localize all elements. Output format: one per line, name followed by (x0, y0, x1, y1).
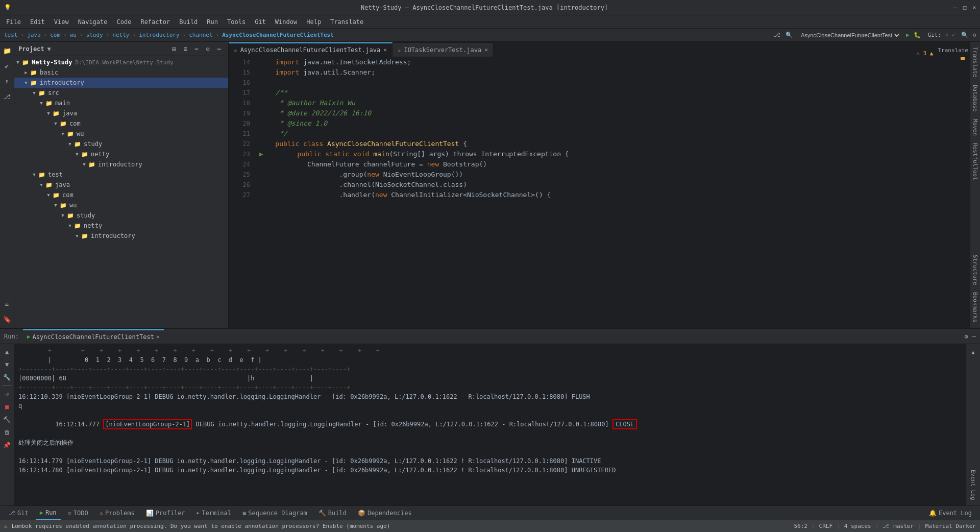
commit-icon[interactable]: ✔ (2, 60, 13, 71)
code-content[interactable]: import java.net.InetSocketAddress; impor… (254, 57, 970, 328)
run-hide-icon[interactable]: — (972, 333, 976, 340)
tree-basic[interactable]: ▶ 📁 basic (14, 67, 228, 78)
git2-icon[interactable]: ⎇ (2, 91, 13, 102)
right-tab-structure[interactable]: Structure (970, 252, 980, 288)
run-tab-close[interactable]: ✕ (156, 333, 160, 340)
menu-navigate[interactable]: Navigate (74, 17, 112, 27)
debug-button[interactable]: 🐛 (914, 32, 921, 38)
tool-tab-run[interactable]: ▶ Run (36, 506, 61, 520)
menu-file[interactable]: File (2, 17, 25, 27)
search-everywhere[interactable]: 🔍 (961, 32, 968, 38)
menu-code[interactable]: Code (113, 17, 136, 27)
bookmarks-icon[interactable]: 🔖 (2, 313, 13, 325)
pull-requests-icon[interactable]: ⬆ (2, 76, 13, 87)
project-collapse-icon[interactable]: ≡ (180, 44, 190, 54)
run-right-scroll-up[interactable]: ▲ (968, 346, 979, 357)
run-rerun-icon[interactable]: ↺ (2, 389, 13, 400)
run-tab-async[interactable]: ▶ AsyncCloseChannelFutureClientTest ✕ (23, 329, 164, 344)
tree-main[interactable]: ▼ 📁 main (14, 98, 228, 108)
menu-refactor[interactable]: Refactor (136, 17, 174, 27)
nav-breadcrumb-com[interactable]: com (50, 32, 60, 38)
nav-breadcrumb-introductory[interactable]: introductory (139, 32, 179, 38)
close-btn[interactable]: ✕ (972, 4, 976, 11)
tree-java-main[interactable]: ▼ 📁 java (14, 108, 228, 118)
tree-introductory-test[interactable]: ▼ 📁 introductory (14, 231, 228, 241)
tab-close-1[interactable]: ✕ (383, 46, 387, 53)
run-up-icon[interactable]: ▲ (2, 346, 13, 357)
tree-com-main[interactable]: ▼ 📁 com (14, 118, 228, 129)
tab-iotask[interactable]: ☕ IOTaskServerTest.java ✕ (393, 42, 494, 57)
window-controls[interactable]: — □ ✕ (953, 4, 976, 11)
git-checkmark1[interactable]: ✓ (945, 32, 949, 38)
run-settings-icon[interactable]: ⚙ (965, 333, 968, 340)
nav-breadcrumb-wu[interactable]: wu (70, 32, 77, 38)
tree-com-test[interactable]: ▼ 📁 com (14, 190, 228, 200)
menu-translate[interactable]: Translate (326, 17, 368, 27)
project-dots-icon[interactable]: ⋯ (191, 44, 202, 54)
tree-netty-test[interactable]: ▼ 📁 netty (14, 221, 228, 231)
menu-tools[interactable]: Tools (223, 17, 250, 27)
project-hide-icon[interactable]: — (214, 44, 224, 54)
project-dropdown-arrow[interactable]: ▼ (47, 45, 51, 53)
menu-git[interactable]: Git (251, 17, 270, 27)
right-tab-translate[interactable]: Translate (970, 44, 980, 81)
nav-search-icon[interactable]: 🔍 (786, 32, 793, 38)
menu-run[interactable]: Run (203, 17, 222, 27)
run-wrench-icon[interactable]: 🔧 (2, 372, 13, 383)
tool-tab-dependencies[interactable]: 📦 Dependencies (354, 506, 416, 520)
tool-tab-sequence[interactable]: ≡ Sequence Diagram (238, 506, 311, 520)
tree-study-test[interactable]: ▼ 📁 study (14, 210, 228, 221)
tree-test[interactable]: ▼ 📁 test (14, 170, 228, 180)
tree-study-main[interactable]: ▼ 📁 study (14, 139, 228, 149)
tree-wu-test[interactable]: ▼ 📁 wu (14, 200, 228, 210)
run-clear-icon[interactable]: 🗑 (2, 427, 13, 438)
run-pin-icon[interactable]: 📌 (2, 440, 13, 451)
right-tab-database[interactable]: Database (970, 82, 980, 115)
status-message[interactable]: Lombok requires enabled annotation proce… (12, 523, 390, 529)
status-line-ending[interactable]: CRLF (819, 523, 833, 529)
nav-breadcrumb-channel[interactable]: channel (189, 32, 212, 38)
menu-view[interactable]: View (50, 17, 73, 27)
tool-tab-terminal[interactable]: ▸ Terminal (192, 506, 235, 520)
event-log-tab[interactable]: Event Log (968, 467, 978, 503)
tree-netty-main[interactable]: ▼ 📁 netty (14, 149, 228, 159)
project-icon[interactable]: 📁 (2, 45, 13, 56)
right-tab-bookmarks[interactable]: Bookmarks (970, 289, 980, 326)
code-editor[interactable]: 14 15 16 17 18 19 20 21 22 23 24 25 26 2… (229, 57, 970, 328)
tree-introductory[interactable]: ▼ 📁 introductory (14, 78, 228, 88)
tool-tab-git[interactable]: ⎇ Git (4, 506, 33, 520)
menu-window[interactable]: Window (271, 17, 301, 27)
tool-tab-todo[interactable]: ☑ TODO (64, 506, 92, 520)
run-button[interactable]: ▶ (906, 32, 910, 38)
right-tab-restful[interactable]: RestfulTool (970, 140, 980, 183)
tree-root[interactable]: ▼ 📁 Netty-Study D:\IDEA-WorkPlace\Netty-… (14, 57, 228, 67)
run-build-icon[interactable]: 🔨 (2, 414, 13, 425)
editor-translate-tab[interactable]: Translate (936, 44, 970, 57)
run-down-icon[interactable]: ▼ (2, 359, 13, 370)
nav-breadcrumb-java[interactable]: java (27, 32, 41, 38)
tree-wu-main[interactable]: ▼ 📁 wu (14, 129, 228, 139)
menu-build[interactable]: Build (175, 17, 202, 27)
tree-introductory-nested[interactable]: ▼ 📁 introductory (14, 159, 228, 170)
status-encoding[interactable]: 4 spaces (844, 523, 871, 529)
tree-src[interactable]: ▼ 📁 src (14, 88, 228, 98)
status-position[interactable]: 56:2 (794, 523, 807, 529)
menu-edit[interactable]: Edit (26, 17, 49, 27)
tab-async-close[interactable]: ☕ AsyncCloseChannelFutureClientTest.java… (229, 42, 393, 57)
scroll-indicator[interactable] (961, 57, 965, 328)
status-theme[interactable]: Material Darker (925, 523, 976, 529)
structure-icon[interactable]: ≡ (2, 298, 13, 309)
nav-settings[interactable]: ⚙ (972, 32, 976, 38)
minimize-btn[interactable]: — (953, 4, 957, 11)
run-stop-icon[interactable]: ■ (2, 401, 13, 413)
tool-tab-event-log[interactable]: 🔔 Event Log (925, 506, 976, 520)
maximize-btn[interactable]: □ (963, 4, 967, 11)
run-config-dropdown[interactable]: AsyncCloseChannelFutureClientTest (799, 32, 901, 39)
tab-close-2[interactable]: ✕ (484, 46, 488, 53)
menu-help[interactable]: Help (302, 17, 325, 27)
nav-breadcrumb-study[interactable]: study (86, 32, 103, 38)
right-tab-maven[interactable]: Maven (970, 116, 980, 139)
git-checkmark2[interactable]: ✓ (952, 32, 955, 38)
nav-breadcrumb-class[interactable]: AsyncCloseChannelFutureClientTest (222, 32, 334, 38)
project-sync-icon[interactable]: ⊞ (169, 44, 179, 54)
